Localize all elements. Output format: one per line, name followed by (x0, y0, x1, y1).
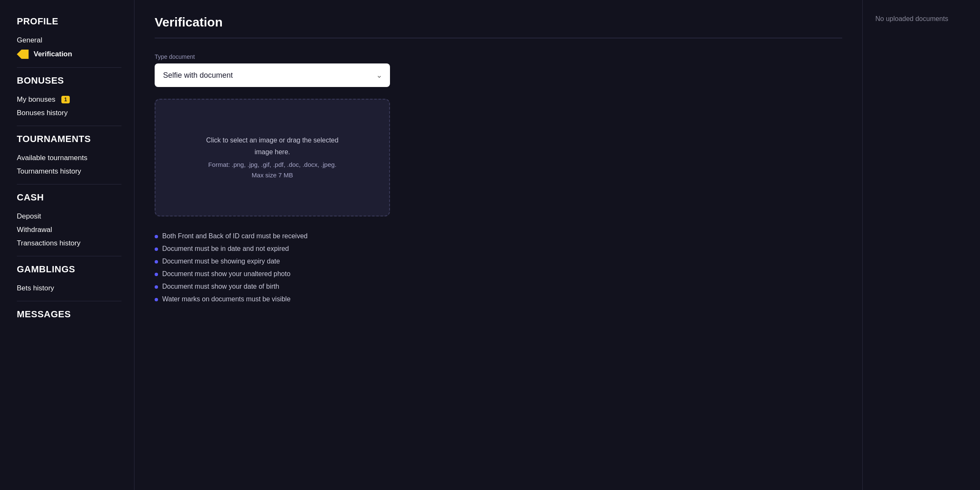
profile-section: PROFILE General Verification (17, 16, 121, 61)
sidebar-item-label: My bonuses (17, 95, 55, 104)
sidebar-item-label: Available tournaments (17, 154, 87, 162)
sidebar-divider-1 (17, 67, 121, 68)
main-content: Verification Type document Selfie with d… (134, 0, 862, 490)
cash-section: CASH Deposit Withdrawal Transactions his… (17, 192, 121, 250)
cash-title: CASH (17, 192, 121, 203)
page-title: Verification (155, 15, 842, 29)
sidebar-item-transactions-history[interactable]: Transactions history (17, 237, 121, 250)
requirement-item: Document must show your date of birth (155, 280, 390, 293)
sidebar-item-tournaments-history[interactable]: Tournaments history (17, 165, 121, 178)
messages-title: MESSAGES (17, 309, 121, 320)
sidebar-item-label: General (17, 36, 42, 45)
verification-form: Type document Selfie with document Passp… (155, 53, 390, 306)
active-arrow-icon (17, 50, 29, 59)
sidebar-item-label: Verification (34, 50, 72, 58)
sidebar-divider-3 (17, 184, 121, 184)
requirement-item: Document must be in date and not expired (155, 242, 390, 255)
sidebar: PROFILE General Verification BONUSES My … (0, 0, 134, 490)
bullet-icon (155, 273, 158, 276)
sidebar-item-deposit[interactable]: Deposit (17, 210, 121, 223)
bullet-icon (155, 298, 158, 301)
gamblings-title: GAMBLINGS (17, 264, 121, 275)
sidebar-item-bonuses-history[interactable]: Bonuses history (17, 106, 121, 120)
upload-instructions: Click to select an image or drag the sel… (206, 134, 339, 180)
sidebar-item-available-tournaments[interactable]: Available tournaments (17, 151, 121, 165)
sidebar-item-label: Tournaments history (17, 167, 81, 176)
bullet-icon (155, 285, 158, 289)
sidebar-divider-4 (17, 256, 121, 256)
no-documents-text: No uploaded documents (875, 15, 967, 23)
bonuses-badge: 1 (61, 96, 70, 103)
sidebar-item-bets-history[interactable]: Bets history (17, 282, 121, 295)
sidebar-item-label: Bonuses history (17, 109, 68, 117)
sidebar-item-withdrawal[interactable]: Withdrawal (17, 223, 121, 237)
bonuses-section: BONUSES My bonuses 1 Bonuses history (17, 75, 121, 120)
bullet-icon (155, 248, 158, 251)
sidebar-divider-5 (17, 301, 121, 301)
upload-line1: Click to select an image or drag the sel… (206, 134, 339, 157)
requirement-item: Document must be showing expiry date (155, 255, 390, 268)
sidebar-item-general[interactable]: General (17, 34, 121, 47)
right-panel: No uploaded documents (862, 0, 980, 490)
requirement-item: Water marks on documents must be visible (155, 293, 390, 306)
requirement-item: Both Front and Back of ID card must be r… (155, 230, 390, 242)
messages-section: MESSAGES (17, 309, 121, 320)
sidebar-item-label: Transactions history (17, 239, 80, 248)
requirement-item: Document must show your unaltered photo (155, 268, 390, 280)
sidebar-item-label: Withdrawal (17, 226, 52, 234)
page-divider (155, 38, 842, 38)
type-document-label: Type document (155, 53, 390, 60)
sidebar-item-label: Bets history (17, 284, 54, 292)
requirements-list: Both Front and Back of ID card must be r… (155, 230, 390, 306)
bonuses-title: BONUSES (17, 75, 121, 86)
gamblings-section: GAMBLINGS Bets history (17, 264, 121, 295)
profile-title: PROFILE (17, 16, 121, 27)
tournaments-title: TOURNAMENTS (17, 134, 121, 145)
sidebar-divider-2 (17, 126, 121, 126)
sidebar-item-verification[interactable]: Verification (17, 47, 121, 61)
tournaments-section: TOURNAMENTS Available tournaments Tourna… (17, 134, 121, 178)
sidebar-item-my-bonuses[interactable]: My bonuses 1 (17, 93, 121, 106)
select-wrapper: Selfie with document Passport ID Card Dr… (155, 63, 390, 87)
bullet-icon (155, 260, 158, 263)
sidebar-item-label: Deposit (17, 212, 41, 221)
upload-drop-zone[interactable]: Click to select an image or drag the sel… (155, 99, 390, 216)
bullet-icon (155, 235, 158, 238)
document-type-select[interactable]: Selfie with document Passport ID Card Dr… (155, 63, 390, 87)
upload-line3: Format: .png, .jpg, .gif, .pdf, .doc, .d… (206, 159, 339, 181)
